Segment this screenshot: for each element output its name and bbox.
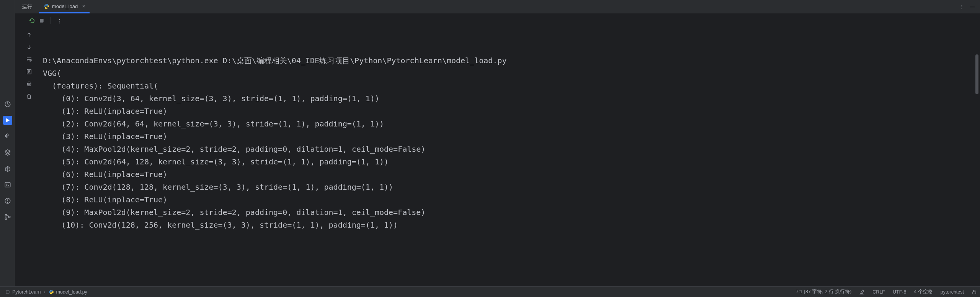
- python-file-icon: [44, 3, 49, 9]
- console-line: (0): Conv2d(3, 64, kernel_size=(3, 3), s…: [43, 92, 980, 105]
- run-tab-bar: 运行 model_load × ⋮ —: [15, 0, 980, 14]
- current-file[interactable]: model_load.py: [56, 289, 87, 295]
- run-toolbar: ⋮: [15, 14, 980, 28]
- console-line: (9): MaxPool2d(kernel_size=2, stride=2, …: [43, 206, 980, 219]
- python-console-icon[interactable]: [3, 132, 12, 141]
- stop-icon[interactable]: [39, 18, 44, 23]
- divider: [51, 17, 51, 24]
- scroll-to-end-icon[interactable]: [25, 67, 33, 76]
- soft-wrap-icon[interactable]: [25, 55, 33, 64]
- svg-rect-2: [5, 182, 10, 187]
- more-vertical-icon[interactable]: ⋮: [959, 4, 964, 10]
- svg-point-5: [5, 214, 7, 216]
- console-line: VGG(: [43, 67, 980, 80]
- scrollbar[interactable]: [975, 29, 979, 286]
- arrow-up-icon[interactable]: [25, 31, 33, 39]
- svg-point-6: [5, 218, 7, 220]
- terminal-icon[interactable]: [3, 180, 12, 189]
- profiler-icon[interactable]: [3, 100, 12, 109]
- cursor-position[interactable]: 7:1 (87 字符, 2 行 换行符): [796, 289, 851, 295]
- vcs-icon[interactable]: [3, 212, 12, 222]
- packages-icon[interactable]: [3, 148, 12, 157]
- print-icon[interactable]: [25, 80, 33, 88]
- trash-icon[interactable]: [25, 92, 33, 100]
- module-icon: [5, 290, 10, 294]
- console-output[interactable]: D:\AnacondaEnvs\pytorchtest\python.exe D…: [43, 28, 980, 286]
- console-line: (1): ReLU(inplace=True): [43, 105, 980, 118]
- highlight-icon[interactable]: [859, 289, 865, 295]
- scrollbar-thumb[interactable]: [975, 54, 978, 94]
- svg-point-16: [50, 290, 51, 290]
- project-name[interactable]: PytorchLearn: [12, 289, 41, 295]
- services-icon[interactable]: [3, 164, 12, 173]
- more-vertical-icon[interactable]: ⋮: [57, 18, 62, 24]
- svg-rect-15: [6, 290, 9, 294]
- svg-rect-18: [973, 292, 976, 294]
- console-line: (10): Conv2d(128, 256, kernel_size=(3, 3…: [43, 219, 980, 231]
- problems-icon[interactable]: [3, 196, 12, 205]
- svg-point-1: [6, 135, 7, 135]
- python-interpreter[interactable]: pytorchtest: [941, 289, 964, 295]
- left-tool-rail: [0, 0, 15, 286]
- run-panel-label: 运行: [15, 0, 39, 13]
- console-line: (3): ReLU(inplace=True): [43, 130, 980, 143]
- indent-setting[interactable]: 4 个空格: [914, 289, 933, 295]
- svg-point-9: [47, 8, 47, 8]
- console-line: (7): Conv2d(128, 128, kernel_size=(3, 3)…: [43, 181, 980, 194]
- svg-point-4: [7, 202, 8, 203]
- console-line: (features): Sequential(: [43, 80, 980, 92]
- svg-point-8: [46, 4, 46, 5]
- python-file-icon: [49, 289, 54, 295]
- arrow-down-icon[interactable]: [25, 43, 33, 51]
- rerun-icon[interactable]: [29, 18, 35, 24]
- console-line: (2): Conv2d(64, 64, kernel_size=(3, 3), …: [43, 118, 980, 130]
- close-icon[interactable]: ×: [82, 3, 85, 9]
- svg-rect-13: [28, 82, 30, 83]
- tab-model-load[interactable]: model_load ×: [39, 0, 90, 13]
- minimize-icon[interactable]: —: [970, 4, 975, 10]
- chevron-right-icon: ›: [44, 289, 45, 295]
- console-line: (4): MaxPool2d(kernel_size=2, stride=2, …: [43, 143, 980, 156]
- status-bar: PytorchLearn › model_load.py 7:1 (87 字符,…: [0, 286, 980, 297]
- svg-point-17: [52, 293, 52, 294]
- console-line: (5): Conv2d(64, 128, kernel_size=(3, 3),…: [43, 156, 980, 168]
- file-encoding[interactable]: UTF-8: [893, 289, 906, 295]
- console-line: (8): ReLU(inplace=True): [43, 194, 980, 206]
- tab-label: model_load: [52, 3, 78, 9]
- svg-rect-10: [40, 19, 43, 22]
- console-line: (6): ReLU(inplace=True): [43, 168, 980, 181]
- run-icon[interactable]: [3, 116, 12, 125]
- console-line: D:\AnacondaEnvs\pytorchtest\python.exe D…: [43, 54, 980, 67]
- console-gutter: [15, 28, 43, 286]
- line-separator[interactable]: CRLF: [872, 289, 885, 295]
- lock-icon[interactable]: [972, 289, 977, 295]
